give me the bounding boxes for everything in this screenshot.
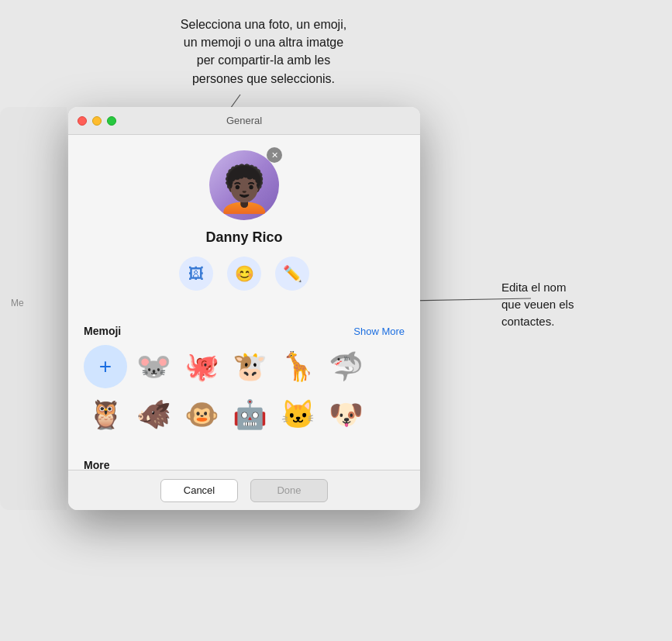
list-item[interactable]: 🤖 (228, 393, 271, 436)
list-item[interactable]: 🐙 (180, 345, 223, 388)
list-item[interactable]: 🐱 (276, 393, 319, 436)
avatar-memoji: 🧑🏿‍🦱 (216, 167, 272, 212)
add-emoji-button[interactable]: 😊 (227, 257, 261, 291)
list-item[interactable]: 🦉 (84, 393, 127, 436)
memoji-section-title: Memoji (84, 325, 121, 337)
sidebar-strip: Me (0, 107, 67, 510)
more-section-title: More (84, 459, 109, 470)
memoji-section: Memoji Show More + 🐭 🐙 🐮 🦒 🦈 🦉 🐗 🐵 🤖 🐱 🐶 (68, 315, 420, 446)
window-controls (78, 116, 116, 126)
cancel-button[interactable]: Cancel (160, 479, 238, 502)
edit-name-button[interactable]: ✏️ (275, 257, 309, 291)
tooltip-right: Edita el nom que veuen els contactes. (501, 279, 625, 329)
sidebar-label: Me (11, 298, 24, 308)
modal-content: 🧑🏿‍🦱 ✕ Danny Rico 🖼 😊 ✏️ (68, 135, 420, 470)
list-item[interactable]: 🐭 (132, 345, 175, 388)
list-item[interactable]: 🐮 (228, 345, 271, 388)
memoji-grid: + 🐭 🐙 🐮 🦒 🦈 🦉 🐗 🐵 🤖 🐱 🐶 (84, 345, 405, 436)
modal-dialog: General 🧑🏿‍🦱 ✕ Danny Rico 🖼 😊 (68, 107, 420, 510)
add-photo-button[interactable]: 🖼 (179, 257, 213, 291)
more-section: More (68, 452, 420, 470)
user-name: Danny Rico (205, 229, 282, 246)
list-item[interactable]: 🦒 (276, 345, 319, 388)
photo-icon: 🖼 (188, 265, 204, 283)
minimize-window-button[interactable] (92, 116, 102, 126)
remove-photo-button[interactable]: ✕ (267, 147, 282, 163)
profile-section: 🧑🏿‍🦱 ✕ Danny Rico 🖼 😊 ✏️ (68, 135, 420, 309)
fullscreen-window-button[interactable] (107, 116, 116, 126)
emoji-icon: 😊 (235, 264, 254, 283)
list-item[interactable]: 🐵 (180, 393, 223, 436)
done-button[interactable]: Done (250, 479, 328, 502)
memoji-section-header: Memoji Show More (84, 325, 405, 337)
window-title: General (226, 115, 262, 126)
add-memoji-button[interactable]: + (84, 345, 127, 388)
action-buttons: 🖼 😊 ✏️ (179, 257, 309, 291)
list-item[interactable]: 🦈 (324, 345, 367, 388)
modal-footer: Cancel Done (68, 470, 420, 510)
pencil-icon: ✏️ (283, 264, 302, 283)
titlebar: General (68, 107, 420, 135)
list-item[interactable]: 🐶 (324, 393, 367, 436)
list-item[interactable]: 🐗 (132, 393, 175, 436)
avatar-wrapper: 🧑🏿‍🦱 ✕ (209, 150, 279, 220)
close-window-button[interactable] (78, 116, 87, 126)
tooltip-top: Selecciona una foto, un emoji, un memoji… (155, 16, 372, 88)
show-more-button[interactable]: Show More (353, 326, 405, 337)
